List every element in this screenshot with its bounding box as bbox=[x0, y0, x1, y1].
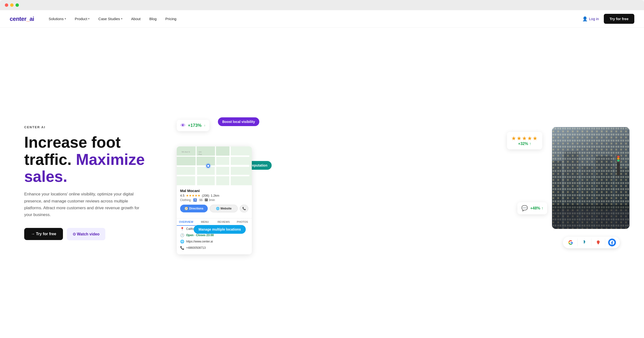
divider bbox=[591, 239, 592, 246]
stats-card: 👁 +173% ↑ bbox=[177, 120, 210, 131]
nav-blog[interactable]: Blog bbox=[150, 17, 157, 21]
nav-about[interactable]: About bbox=[131, 17, 141, 21]
tab-reviews[interactable]: REVIEWS bbox=[214, 219, 233, 226]
rating-arrow-icon: ↑ bbox=[529, 142, 531, 146]
street-crowd bbox=[552, 210, 630, 229]
globe-icon: 🌐 bbox=[216, 207, 220, 210]
listing-meta: Clothing · ♿ · $$ · 🅿 3min bbox=[180, 198, 248, 202]
login-link[interactable]: 👤 Log in bbox=[582, 16, 599, 22]
nav-actions: 👤 Log in Try for free bbox=[582, 14, 634, 24]
tab-menu[interactable]: MENU bbox=[196, 219, 214, 226]
rating-number: 4.5 bbox=[180, 194, 184, 197]
manage-badge: Manage multiple locations bbox=[194, 225, 246, 234]
message-icon: 💬 bbox=[521, 205, 528, 211]
platforms-row bbox=[563, 237, 620, 248]
watch-video-button[interactable]: ⊙ Watch video bbox=[67, 228, 105, 240]
message-card: 💬 +48% ↑ bbox=[518, 202, 547, 214]
close-button[interactable] bbox=[5, 4, 8, 7]
nav-solutions[interactable]: Solutions ▾ bbox=[49, 17, 66, 21]
listing-tabs: OVERVIEW MENU REVIEWS PHOTOS bbox=[177, 218, 252, 226]
tab-photos[interactable]: PHOTOS bbox=[233, 219, 252, 226]
apple-maps-icon[interactable] bbox=[594, 239, 602, 246]
directions-button[interactable]: 🧭 Directions bbox=[180, 205, 208, 212]
nav-links: Solutions ▾ Product ▾ Case Studies ▾ Abo… bbox=[49, 17, 582, 21]
listing-buttons: 🧭 Directions 🌐 Website 📞 bbox=[180, 205, 248, 212]
star-icons: ★★★★★ bbox=[186, 194, 200, 197]
chevron-down-icon: ▾ bbox=[121, 17, 122, 20]
window-chrome bbox=[0, 0, 644, 10]
hero-section: CENTER AI Increase foot traffic. Maximiz… bbox=[0, 28, 644, 338]
hero-content: CENTER AI Increase foot traffic. Maximiz… bbox=[24, 125, 160, 240]
phone-row: 📞 +48600508713 bbox=[180, 245, 248, 251]
hero-title: Increase foot traffic. Maximize sales. bbox=[24, 134, 160, 185]
stats-value: +173% bbox=[188, 123, 202, 128]
listing-info: Mal Mocani 4.5 ★★★★★ (206) 1.2km Clothin… bbox=[177, 185, 252, 216]
try-free-cta-button[interactable]: → Try for free bbox=[24, 228, 63, 240]
call-button[interactable]: 📞 bbox=[240, 205, 248, 212]
listing-rating: 4.5 ★★★★★ (206) 1.2km bbox=[180, 194, 248, 197]
navbar: center_ai Solutions ▾ Product ▾ Case Stu… bbox=[0, 10, 644, 28]
globe-icon: 🌐 bbox=[180, 240, 184, 243]
maximize-button[interactable] bbox=[16, 4, 19, 7]
chevron-down-icon: ▾ bbox=[88, 17, 90, 20]
phone-icon: 📞 bbox=[180, 246, 184, 250]
svg-rect-15 bbox=[216, 146, 230, 156]
tab-overview[interactable]: OVERVIEW bbox=[177, 219, 196, 226]
eye-icon: 👁 bbox=[180, 123, 186, 128]
listing-card: 5th Ave N Uni Pos Mal Mocani 4.5 ★★★★★ (… bbox=[177, 146, 252, 254]
msg-arrow-icon: ↑ bbox=[541, 206, 543, 210]
page-wrapper: center_ai Solutions ▾ Product ▾ Case Stu… bbox=[0, 10, 644, 338]
traffic-light-pole bbox=[617, 156, 620, 176]
rating-card: ★★★★★ +32% ↑ bbox=[507, 132, 542, 149]
listing-name: Mal Mocani bbox=[180, 189, 248, 193]
rating-value: +32% ↑ bbox=[511, 142, 538, 146]
location-icon: 📍 bbox=[180, 227, 184, 231]
user-icon: 👤 bbox=[582, 16, 588, 22]
compass-icon: 🧭 bbox=[184, 207, 188, 210]
hero-eyebrow: CENTER AI bbox=[24, 125, 160, 129]
map-area: 5th Ave N Uni Pos bbox=[177, 146, 252, 185]
try-for-free-button[interactable]: Try for free bbox=[604, 14, 634, 24]
bing-icon[interactable] bbox=[580, 239, 588, 246]
nav-case-studies[interactable]: Case Studies ▾ bbox=[98, 17, 122, 21]
site-logo[interactable]: center_ai bbox=[10, 16, 34, 22]
clock-icon: 🕐 bbox=[180, 233, 184, 237]
boost-badge: Boost local visibility bbox=[218, 117, 259, 126]
distance: 1.2km bbox=[211, 194, 219, 197]
hero-visual: 👁 +173% ↑ Boost local visibility ★★★★★ +… bbox=[174, 112, 625, 253]
svg-rect-14 bbox=[196, 157, 215, 165]
review-count: (206) bbox=[202, 194, 209, 197]
message-value: +48% ↑ bbox=[530, 206, 543, 211]
chevron-down-icon: ▾ bbox=[65, 17, 66, 20]
facebook-icon[interactable] bbox=[608, 239, 616, 246]
map-svg: 5th Ave N Uni Pos bbox=[177, 146, 252, 185]
stats-arrow-icon: ↑ bbox=[204, 124, 206, 127]
svg-text:Uni: Uni bbox=[198, 151, 202, 153]
website-row: 🌐 https://www.center.ai bbox=[180, 238, 248, 245]
hero-description: Enhance your locations' online visibilit… bbox=[24, 191, 140, 218]
svg-text:Pos: Pos bbox=[198, 153, 202, 155]
svg-rect-13 bbox=[177, 157, 196, 165]
city-photo bbox=[552, 127, 630, 229]
svg-point-18 bbox=[207, 165, 209, 167]
minimize-button[interactable] bbox=[10, 4, 14, 7]
google-icon[interactable] bbox=[567, 239, 574, 246]
hero-cta: → Try for free ⊙ Watch video bbox=[24, 228, 160, 240]
star-icons: ★★★★★ bbox=[511, 135, 538, 142]
nav-pricing[interactable]: Pricing bbox=[165, 17, 176, 21]
divider bbox=[578, 239, 578, 246]
nav-product[interactable]: Product ▾ bbox=[75, 17, 90, 21]
divider bbox=[605, 239, 605, 246]
svg-text:5th Ave N: 5th Ave N bbox=[182, 151, 190, 153]
website-button[interactable]: 🌐 Website bbox=[210, 205, 238, 212]
